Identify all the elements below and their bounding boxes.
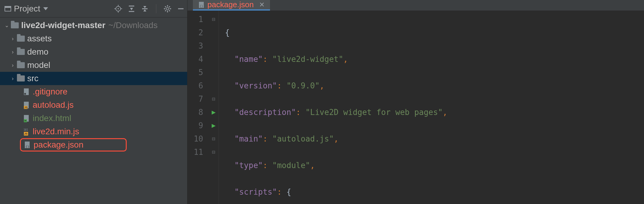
editor-body[interactable]: 123 456 789 1011 ⊟ ⊟ ▶ ▶ ⊟ ⊟ { "name": "…	[187, 11, 644, 204]
svg-marker-10	[130, 8, 133, 10]
project-tree[interactable]: ⌄ live2d-widget-master ~/Downloads › ass…	[0, 18, 187, 204]
svg-line-23	[169, 6, 170, 7]
run-gutter-icon[interactable]: ▶	[209, 106, 219, 119]
folder-icon	[16, 75, 25, 81]
tree-file-gitignore[interactable]: .gitignore	[0, 85, 187, 98]
project-panel-header: Project	[0, 0, 187, 18]
folder-icon	[10, 22, 19, 28]
locate-icon[interactable]	[114, 5, 122, 13]
svg-marker-12	[143, 6, 146, 8]
svg-marker-2	[43, 7, 48, 10]
svg-marker-14	[143, 9, 146, 11]
editor-tab-package[interactable]: {} package.json ✕	[193, 0, 270, 11]
collapse-all-icon[interactable]	[141, 5, 149, 13]
tree-folder-demo[interactable]: › demo	[0, 45, 187, 59]
chevron-right-icon[interactable]: ›	[9, 32, 16, 45]
gear-icon[interactable]	[164, 5, 171, 13]
editor-tab-label: package.json	[207, 0, 254, 9]
svg-text:{}: {}	[25, 145, 29, 149]
tree-root-hint: ~/Downloads	[109, 19, 158, 32]
file-icon	[22, 88, 31, 96]
json-file-icon: {}	[198, 1, 204, 8]
svg-text:H: H	[24, 119, 27, 122]
editor-area: {} package.json ✕ 123 456 789 1011 ⊟ ⊟ ▶…	[187, 0, 644, 204]
chevron-right-icon[interactable]: ›	[9, 45, 16, 59]
code-content[interactable]: { "name": "live2d-widget", "version": "0…	[219, 11, 644, 204]
fold-gutter[interactable]: ⊟ ⊟ ▶ ▶ ⊟ ⊟	[209, 11, 219, 204]
folder-icon	[16, 36, 25, 42]
minjs-file-icon: 101JS	[22, 128, 31, 135]
hide-panel-icon[interactable]	[177, 5, 185, 13]
svg-line-22	[165, 10, 166, 11]
svg-line-20	[165, 6, 166, 7]
svg-line-21	[169, 10, 170, 11]
tree-folder-src[interactable]: › src	[0, 72, 187, 85]
svg-text:{}: {}	[200, 5, 203, 8]
chevron-right-icon[interactable]: ›	[9, 59, 16, 72]
svg-text:101: 101	[24, 129, 28, 131]
js-file-icon: JS	[22, 101, 31, 109]
tree-file-package-highlighted[interactable]: {} package.json	[20, 138, 127, 151]
fold-close-icon[interactable]: ⊟	[209, 132, 219, 145]
fold-open-icon[interactable]: ⊟	[209, 145, 219, 159]
run-gutter-icon[interactable]: ▶	[209, 119, 219, 132]
project-panel: Project ⌄	[0, 0, 187, 204]
line-number-gutter: 123 456 789 1011	[187, 11, 209, 204]
tree-root-label: live2d-widget-master	[21, 19, 106, 32]
chevron-down-icon[interactable]: ⌄	[3, 19, 10, 32]
svg-point-15	[166, 8, 169, 10]
svg-point-4	[118, 8, 119, 9]
folder-icon	[16, 62, 25, 68]
folder-icon	[16, 49, 25, 55]
dropdown-icon[interactable]	[43, 7, 48, 10]
svg-rect-1	[5, 6, 11, 8]
fold-open-icon[interactable]: ⊟	[209, 13, 219, 26]
tree-folder-assets[interactable]: › assets	[0, 32, 187, 45]
tree-file-autoload[interactable]: JS autoload.js	[0, 98, 187, 112]
tree-file-live2dmin[interactable]: 101JS live2d.min.js	[0, 125, 187, 138]
editor-tabbar: {} package.json ✕	[187, 0, 644, 11]
svg-text:JS: JS	[24, 106, 28, 109]
fold-open-icon[interactable]: ⊟	[209, 92, 219, 106]
panel-icon	[4, 5, 11, 12]
tree-folder-model[interactable]: › model	[0, 59, 187, 72]
html-file-icon: H	[22, 114, 31, 122]
json-file-icon: {}	[23, 141, 32, 149]
expand-all-icon[interactable]	[128, 5, 135, 13]
tree-file-index[interactable]: H index.html	[0, 112, 187, 125]
chevron-right-icon[interactable]: ›	[9, 72, 16, 85]
close-icon[interactable]: ✕	[259, 1, 265, 9]
tree-root[interactable]: ⌄ live2d-widget-master ~/Downloads	[0, 19, 187, 32]
project-panel-title[interactable]: Project	[14, 4, 48, 14]
svg-text:JS: JS	[24, 132, 28, 135]
